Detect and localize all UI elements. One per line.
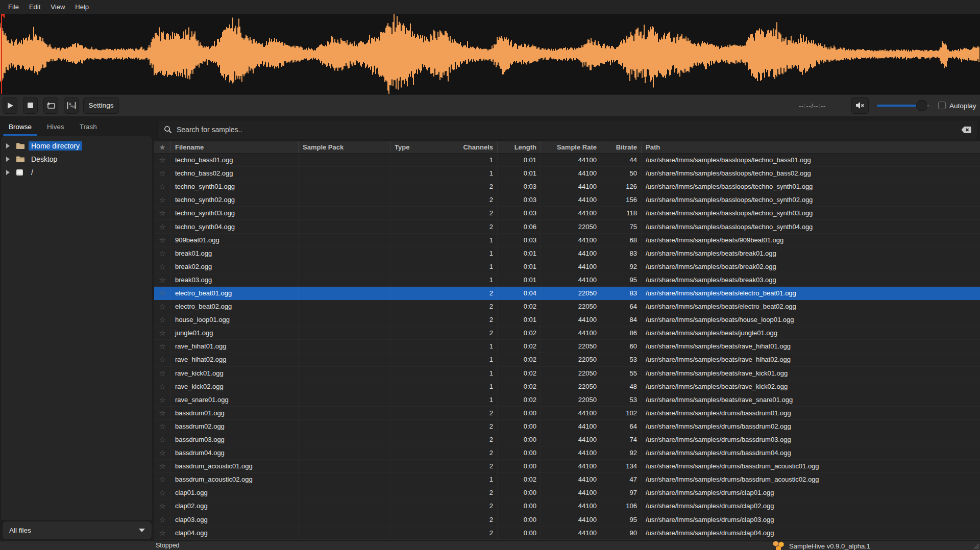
menu-item-file[interactable]: File: [3, 1, 24, 13]
waveform-viewer[interactable]: [0, 14, 980, 94]
column-header-length[interactable]: Length: [498, 141, 541, 153]
volume-slider[interactable]: [877, 105, 929, 107]
mute-button[interactable]: [851, 97, 869, 114]
column-header-star[interactable]: ★: [154, 141, 171, 153]
favorite-toggle[interactable]: ☆: [154, 513, 171, 526]
menu-item-edit[interactable]: Edit: [24, 1, 45, 13]
table-row[interactable]: ☆rave_hihat01.ogg10:022205060/usr/share/…: [154, 340, 980, 353]
tab-trash[interactable]: Trash: [72, 117, 105, 136]
play-button[interactable]: [3, 97, 17, 114]
favorite-toggle[interactable]: ☆: [154, 499, 171, 512]
table-row[interactable]: ☆techno_synth04.ogg20:062205075/usr/shar…: [154, 220, 980, 233]
table-row[interactable]: ☆clap02.ogg20:0044100106/usr/share/lmms/…: [154, 499, 980, 513]
table-row[interactable]: ☆techno_synth01.ogg20:0344100126/usr/sha…: [154, 180, 980, 193]
favorite-toggle[interactable]: ☆: [154, 327, 171, 339]
column-header-filename[interactable]: Filename: [171, 141, 299, 153]
cell-sample_pack: [299, 460, 390, 472]
favorite-toggle[interactable]: ☆: [154, 486, 171, 499]
column-header-type[interactable]: Type: [390, 141, 453, 153]
column-header-sample_rate[interactable]: Sample Rate: [541, 141, 601, 153]
table-row[interactable]: ☆techno_bass02.ogg10:014410050/usr/share…: [154, 167, 980, 180]
favorite-toggle[interactable]: ☆: [154, 313, 171, 326]
table-row[interactable]: ☆clap04.ogg20:004410090/usr/share/lmms/s…: [154, 527, 980, 540]
table-row[interactable]: ☆bassdrum_acoustic02.ogg10:024410047/usr…: [154, 473, 980, 486]
table-row[interactable]: ☆clap03.ogg20:004410095/usr/share/lmms/s…: [154, 513, 980, 527]
column-header-channels[interactable]: Channels: [453, 141, 498, 153]
favorite-toggle[interactable]: ☆: [154, 433, 171, 446]
loop-button[interactable]: [43, 97, 58, 114]
favorite-toggle[interactable]: ☆: [154, 407, 171, 419]
favorite-toggle[interactable]: ☆: [154, 193, 171, 206]
favorite-toggle[interactable]: ☆: [154, 473, 171, 486]
cell-sample_rate: 44100: [541, 527, 601, 539]
column-header-bitrate[interactable]: Bitrate: [601, 141, 642, 153]
cell-filename: rave_hihat02.ogg: [171, 353, 299, 366]
favorite-toggle[interactable]: ☆: [154, 287, 171, 299]
expand-arrow-icon[interactable]: [6, 170, 10, 175]
tree-item[interactable]: Desktop: [1, 153, 152, 166]
table-row[interactable]: ☆jungle01.ogg20:024410086/usr/share/lmms…: [154, 327, 980, 340]
tab-browse[interactable]: Browse: [1, 117, 39, 136]
table-row[interactable]: ☆break02.ogg10:014410092/usr/share/lmms/…: [154, 260, 980, 273]
expand-arrow-icon[interactable]: [6, 157, 10, 162]
stop-button[interactable]: [23, 97, 38, 114]
tree-item[interactable]: Home directory: [1, 139, 152, 153]
cell-bitrate: 134: [601, 460, 642, 472]
table-row[interactable]: ☆bassdrum03.ogg20:004410074/usr/share/lm…: [154, 433, 980, 446]
favorite-toggle[interactable]: ☆: [154, 234, 171, 246]
favorite-toggle[interactable]: ☆: [154, 167, 171, 180]
autoplay-checkbox[interactable]: [938, 102, 946, 109]
table-row[interactable]: ☆bassdrum04.ogg20:004410092/usr/share/lm…: [154, 446, 980, 460]
tab-hives[interactable]: Hives: [39, 117, 72, 136]
table-row[interactable]: ☆electro_beat01.ogg20:042205083/usr/shar…: [154, 287, 980, 300]
favorite-toggle[interactable]: ☆: [154, 180, 171, 193]
ab-loop-button[interactable]: A B: [64, 97, 79, 114]
table-row[interactable]: ☆bassdrum_acoustic01.ogg20:0044100134/us…: [154, 460, 980, 473]
favorite-toggle[interactable]: ☆: [154, 207, 171, 219]
table-row[interactable]: ☆house_loop01.ogg20:014410084/usr/share/…: [154, 313, 980, 327]
settings-button[interactable]: Settings: [83, 97, 119, 114]
expand-arrow-icon[interactable]: [6, 143, 10, 148]
favorite-toggle[interactable]: ☆: [154, 446, 171, 459]
favorite-toggle[interactable]: ☆: [154, 154, 171, 166]
table-row[interactable]: ☆bassdrum02.ogg20:004410064/usr/share/lm…: [154, 420, 980, 433]
clear-search-icon[interactable]: [961, 126, 971, 134]
favorite-toggle[interactable]: ☆: [154, 247, 171, 260]
column-header-path[interactable]: Path: [642, 141, 980, 153]
favorite-toggle[interactable]: ☆: [154, 353, 171, 366]
column-header-sample_pack[interactable]: Sample Pack: [299, 141, 390, 153]
table-row[interactable]: ☆break01.ogg10:014410083/usr/share/lmms/…: [154, 247, 980, 260]
cell-sample_pack: [299, 273, 390, 286]
file-filter-dropdown[interactable]: All files: [2, 521, 152, 540]
table-row[interactable]: ☆rave_snare01.ogg10:022205053/usr/share/…: [154, 393, 980, 407]
menu-item-view[interactable]: View: [45, 1, 70, 13]
table-row[interactable]: ☆bassdrum01.ogg20:0044100102/usr/share/l…: [154, 407, 980, 420]
favorite-toggle[interactable]: ☆: [154, 420, 171, 433]
table-row[interactable]: ☆break03.ogg10:014410095/usr/share/lmms/…: [154, 273, 980, 287]
resize-grip[interactable]: [972, 543, 979, 549]
table-row[interactable]: ☆909beat01.ogg10:034410068/usr/share/lmm…: [154, 234, 980, 247]
favorite-toggle[interactable]: ☆: [154, 367, 171, 380]
table-row[interactable]: ☆rave_kick02.ogg10:022205048/usr/share/l…: [154, 380, 980, 393]
favorite-toggle[interactable]: ☆: [154, 273, 171, 286]
favorite-toggle[interactable]: ☆: [154, 220, 171, 233]
search-input[interactable]: [177, 126, 961, 134]
menu-item-help[interactable]: Help: [70, 1, 94, 13]
favorite-toggle[interactable]: ☆: [154, 380, 171, 393]
table-row[interactable]: ☆techno_synth03.ogg20:0344100118/usr/sha…: [154, 207, 980, 220]
table-row[interactable]: ☆clap01.ogg20:004410097/usr/share/lmms/s…: [154, 486, 980, 499]
favorite-toggle[interactable]: ☆: [154, 527, 171, 539]
volume-slider-handle[interactable]: [916, 100, 927, 111]
favorite-toggle[interactable]: ☆: [154, 393, 171, 406]
table-row[interactable]: ☆rave_kick01.ogg10:022205055/usr/share/l…: [154, 367, 980, 380]
table-row[interactable]: ☆rave_hihat02.ogg10:022205053/usr/share/…: [154, 353, 980, 366]
favorite-toggle[interactable]: ☆: [154, 340, 171, 353]
cell-path: /usr/share/lmms/samples/drums/clap04.ogg: [642, 527, 980, 539]
table-row[interactable]: ☆electro_beat02.ogg20:022205064/usr/shar…: [154, 300, 980, 313]
table-row[interactable]: ☆techno_synth02.ogg20:0344100156/usr/sha…: [154, 193, 980, 207]
favorite-toggle[interactable]: ☆: [154, 300, 171, 313]
favorite-toggle[interactable]: ☆: [154, 260, 171, 273]
table-row[interactable]: ☆techno_bass01.ogg10:014410044/usr/share…: [154, 154, 980, 167]
tree-item[interactable]: /: [1, 166, 152, 179]
favorite-toggle[interactable]: ☆: [154, 460, 171, 472]
